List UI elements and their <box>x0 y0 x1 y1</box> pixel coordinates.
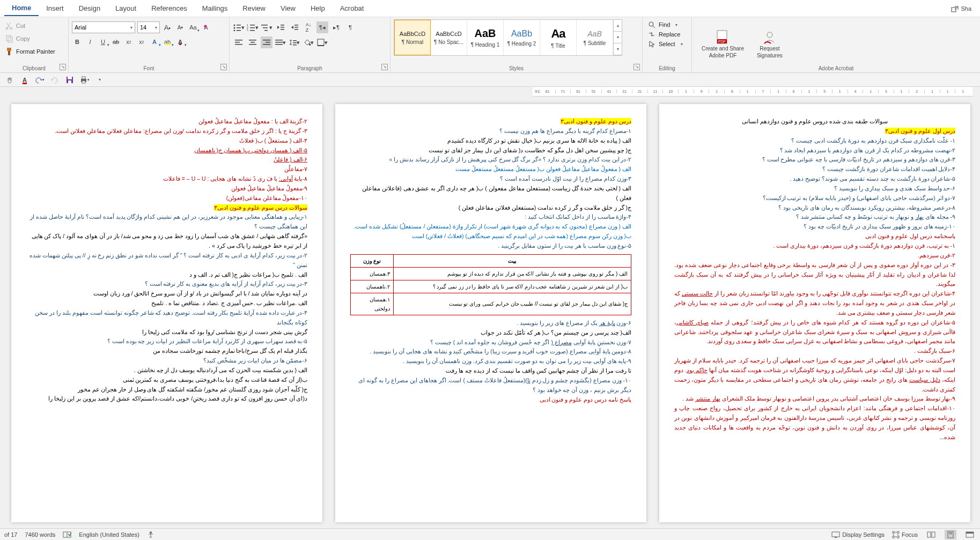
underline-button[interactable]: U▾ <box>98 36 108 47</box>
copy-icon <box>5 34 14 43</box>
qat-touch-mode[interactable] <box>4 75 15 85</box>
style-heading1[interactable]: AaB¶ Heading 1 <box>467 20 504 55</box>
line-spacing-button[interactable]: ▾ <box>289 36 300 48</box>
shrink-font-button[interactable]: A▾ <box>175 22 186 33</box>
decrease-indent-button[interactable] <box>275 21 286 33</box>
qat-customize[interactable]: ▾ <box>94 75 105 85</box>
share-button[interactable]: Sha <box>947 3 976 14</box>
sort-button[interactable]: A↓Z <box>303 21 314 33</box>
bullets-button[interactable]: ▾ <box>233 21 245 33</box>
qat-save[interactable] <box>64 75 75 85</box>
horizontal-ruler[interactable]: 918171615141312111101918171615141312111 <box>533 87 972 97</box>
highlight-button[interactable]: ab▾ <box>162 36 173 47</box>
svg-rect-32 <box>250 42 255 43</box>
create-share-pdf-button[interactable]: PDF Create and Share Adobe PDF <box>695 19 750 71</box>
subscript-button[interactable]: x2 <box>123 36 134 47</box>
tab-review[interactable]: Review <box>235 1 273 16</box>
increase-indent-button[interactable] <box>289 21 300 33</box>
align-left-button[interactable] <box>233 36 245 48</box>
focus-button[interactable]: Focus <box>892 531 918 538</box>
styles-scroll-up[interactable]: ▴ <box>614 20 622 32</box>
qat-redo[interactable] <box>49 75 60 85</box>
page-indicator[interactable]: of 17 <box>4 531 17 538</box>
tab-acrobat[interactable]: Acrobat <box>333 1 372 16</box>
replace-button[interactable]: Replace <box>646 30 688 39</box>
style-no-spacing[interactable]: AaBbCcD¶ No Spac... <box>431 20 467 55</box>
document-area: 918171615141312111101918171615141312111 … <box>0 87 980 528</box>
style-title[interactable]: Aa¶ Title <box>540 20 577 55</box>
style-subtitle[interactable]: AaB¶ Subtitle <box>577 20 613 55</box>
qat-print-preview[interactable]: ▾ <box>79 75 90 85</box>
find-button[interactable]: Find▾ <box>646 20 688 29</box>
change-case-button[interactable]: Aa▾ <box>188 22 198 33</box>
superscript-button[interactable]: x2 <box>136 36 147 47</box>
style-heading2[interactable]: AaBb¶ Heading 2 <box>504 20 540 55</box>
font-dialog-launcher[interactable]: ↘ <box>220 64 227 70</box>
tab-references[interactable]: References <box>144 1 194 16</box>
tab-insert[interactable]: Insert <box>39 1 71 16</box>
svg-rect-6 <box>8 51 10 55</box>
group-paragraph: ▾ 123▾ ▾ A↓Z ¶◂ ▸¶ ¶ ▾ ▾ ▾ ▾ Paragraph ↘ <box>230 17 390 72</box>
bold-button[interactable]: B <box>72 36 83 47</box>
select-button[interactable]: Select▾ <box>646 40 688 48</box>
print-layout-button[interactable] <box>945 530 956 539</box>
font-size-combo[interactable]: 14▾ <box>137 21 160 33</box>
document-page[interactable]: ۲-گزینۀ الف یا : مفعولُ مفاعیلُ مفاعیلُ … <box>11 104 322 522</box>
bullets-icon <box>233 24 241 31</box>
accessibility-indicator[interactable] <box>147 531 154 538</box>
multilevel-list-button[interactable]: ▾ <box>261 21 272 33</box>
styles-expand[interactable]: ▾ <box>614 43 622 55</box>
document-page[interactable]: سوالات طبقه بندی شده دروس علوم و فنون دو… <box>659 104 970 522</box>
tab-design[interactable]: Design <box>71 1 108 16</box>
rtl-direction-button[interactable]: ▸¶ <box>330 21 342 33</box>
cut-button[interactable]: Cut <box>3 20 57 31</box>
strikethrough-button[interactable]: ab <box>110 36 121 47</box>
numbering-icon: 123 <box>247 24 255 31</box>
svg-rect-33 <box>249 44 256 45</box>
align-left-icon <box>235 39 242 46</box>
word-count[interactable]: 7460 words <box>25 531 55 538</box>
styles-dialog-launcher[interactable]: ↘ <box>633 64 640 70</box>
svg-rect-40 <box>293 40 297 41</box>
align-right-button[interactable] <box>261 36 272 48</box>
shading-button[interactable]: ▾ <box>303 36 314 48</box>
font-color-button[interactable]: A▾ <box>175 36 186 47</box>
language-indicator[interactable]: English (United States) <box>79 531 139 538</box>
qat-undo[interactable]: ▾ <box>34 75 45 85</box>
show-marks-button[interactable]: ¶ <box>344 21 356 33</box>
svg-rect-37 <box>275 40 283 41</box>
pdf-icon: PDF <box>715 29 730 45</box>
svg-text:3: 3 <box>247 29 248 31</box>
font-name-combo[interactable]: Arial▾ <box>72 21 135 33</box>
clear-formatting-button[interactable]: A✦ <box>201 22 211 33</box>
tab-view[interactable]: View <box>273 1 303 16</box>
request-signatures-button[interactable]: Request Signatures <box>750 19 789 71</box>
borders-button[interactable]: ▾ <box>316 36 328 48</box>
tab-help[interactable]: Help <box>303 1 333 16</box>
svg-point-11 <box>234 30 235 32</box>
qat-font-color[interactable]: A <box>19 75 30 85</box>
ltr-direction-button[interactable]: ¶◂ <box>316 21 328 33</box>
align-center-button[interactable] <box>247 36 259 48</box>
styles-scroll-down[interactable]: ▾ <box>614 32 622 43</box>
grow-font-button[interactable]: A▴ <box>162 22 173 33</box>
display-settings-button[interactable]: Display Settings <box>831 531 885 538</box>
spellcheck-indicator[interactable] <box>63 531 71 538</box>
copy-button[interactable]: Copy <box>3 33 57 44</box>
justify-button[interactable]: ▾ <box>275 36 286 48</box>
group-clipboard: Cut Copy Format Painter Clipboard ↘ <box>0 17 69 72</box>
tab-mailings[interactable]: Mailings <box>195 1 235 16</box>
italic-button[interactable]: I <box>85 36 95 47</box>
format-painter-button[interactable]: Format Painter <box>3 46 57 57</box>
read-mode-button[interactable] <box>925 530 937 539</box>
svg-rect-21 <box>264 30 268 31</box>
numbering-button[interactable]: 123▾ <box>247 21 259 33</box>
document-page[interactable]: درس دوم علوم و فنون ادبی۳ ۱-مصراع کدام گ… <box>335 104 646 522</box>
web-layout-button[interactable] <box>964 530 976 539</box>
tab-home[interactable]: Home <box>4 1 39 16</box>
text-effects-button[interactable]: A▾ <box>149 36 160 47</box>
paragraph-dialog-launcher[interactable]: ↘ <box>381 64 388 70</box>
clipboard-dialog-launcher[interactable]: ↘ <box>60 64 66 70</box>
tab-layout[interactable]: Layout <box>108 1 144 16</box>
style-normal[interactable]: AaBbCcD¶ Normal <box>394 20 431 55</box>
